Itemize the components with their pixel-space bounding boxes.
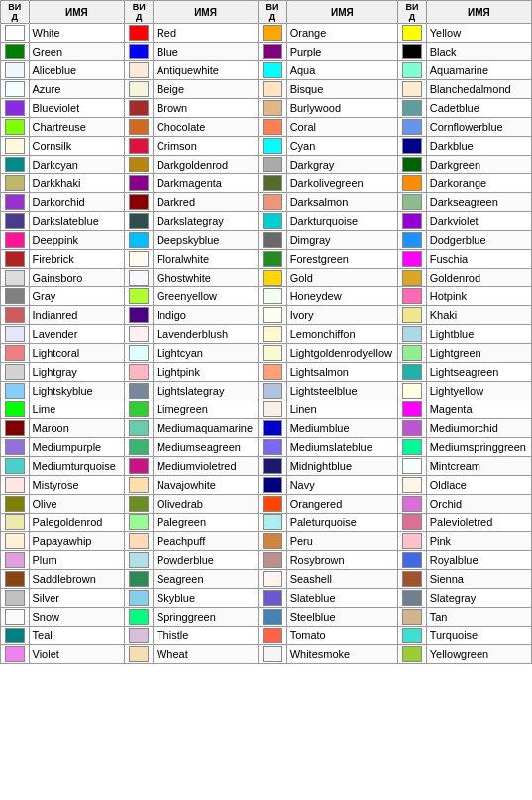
color-name-18-3: Lightseagreen: [426, 363, 531, 382]
swatch-1-2: [263, 44, 282, 59]
color-name-3-1: Beige: [153, 80, 258, 99]
color-swatch-26-1: [125, 514, 154, 532]
table-row: SnowSpringgreenSteelblueTan: [1, 608, 532, 627]
color-name-10-0: Darkslateblue: [29, 212, 125, 231]
color-swatch-21-0: [1, 419, 30, 438]
swatch-26-0: [5, 514, 25, 530]
color-swatch-6-1: [125, 137, 154, 156]
color-swatch-7-3: [398, 156, 427, 174]
color-name-21-1: Mediumaquamarine: [153, 419, 258, 438]
swatch-20-3: [402, 401, 422, 417]
color-swatch-0-0: [1, 24, 30, 43]
color-swatch-14-2: [259, 287, 287, 306]
color-name-30-3: Slategray: [426, 589, 531, 608]
color-name-28-1: Powderblue: [153, 551, 258, 570]
color-swatch-8-0: [1, 174, 30, 193]
color-swatch-33-2: [259, 645, 287, 664]
swatch-28-2: [263, 552, 282, 568]
color-swatch-30-3: [398, 589, 427, 608]
swatch-17-1: [129, 345, 149, 361]
color-swatch-21-3: [398, 419, 427, 438]
swatch-31-1: [129, 609, 149, 625]
swatch-31-3: [402, 609, 422, 625]
color-name-17-3: Lightgreen: [426, 344, 531, 363]
color-name-18-2: Lightsalmon: [286, 363, 398, 382]
table-row: MistyroseNavajowhiteNavyOldlace: [1, 476, 532, 495]
swatch-33-3: [402, 646, 422, 662]
color-swatch-7-2: [259, 156, 287, 174]
color-name-7-1: Darkgoldenrod: [153, 156, 258, 174]
swatch-9-1: [129, 194, 149, 210]
swatch-18-0: [5, 364, 25, 380]
color-name-11-0: Deeppink: [29, 231, 125, 250]
color-swatch-4-2: [259, 99, 287, 118]
color-name-23-3: Mintcream: [426, 457, 531, 476]
swatch-20-1: [129, 401, 149, 417]
color-swatch-3-1: [125, 80, 154, 99]
table-row: SaddlebrownSeagreenSeashellSienna: [1, 570, 532, 589]
table-row: LightcoralLightcyanLightgoldenrodyellowL…: [1, 344, 532, 363]
color-name-13-1: Ghostwhite: [153, 269, 258, 287]
swatch-2-1: [129, 62, 149, 78]
swatch-22-1: [129, 439, 149, 455]
color-swatch-26-3: [398, 514, 427, 532]
color-swatch-16-0: [1, 325, 30, 344]
color-name-23-1: Mediumvioletred: [153, 457, 258, 476]
swatch-25-0: [5, 496, 25, 512]
color-name-31-0: Snow: [29, 608, 125, 627]
color-name-26-3: Palevioletred: [426, 514, 531, 532]
color-name-33-1: Wheat: [153, 645, 258, 664]
swatch-8-3: [402, 175, 422, 191]
color-swatch-31-0: [1, 608, 30, 627]
color-swatch-15-3: [398, 306, 427, 325]
color-swatch-20-0: [1, 400, 30, 419]
table-row: VioletWheatWhitesmokeYellowgreen: [1, 645, 532, 664]
color-name-25-3: Orchid: [426, 495, 531, 514]
color-swatch-18-3: [398, 363, 427, 382]
color-name-31-1: Springgreen: [153, 608, 258, 627]
swatch-28-3: [402, 552, 422, 568]
swatch-20-2: [263, 401, 282, 417]
table-row: LightgrayLightpinkLightsalmonLightseagre…: [1, 363, 532, 382]
swatch-29-0: [5, 571, 25, 587]
swatch-24-2: [263, 477, 282, 493]
color-swatch-9-1: [125, 193, 154, 212]
table-row: MaroonMediumaquamarineMediumblueMediumor…: [1, 419, 532, 438]
color-name-23-2: Midnightblue: [286, 457, 398, 476]
color-name-2-0: Aliceblue: [29, 61, 125, 80]
color-swatch-13-3: [398, 269, 427, 287]
color-swatch-25-3: [398, 495, 427, 514]
color-swatch-16-2: [259, 325, 287, 344]
color-swatch-10-3: [398, 212, 427, 231]
color-swatch-8-3: [398, 174, 427, 193]
color-swatch-3-0: [1, 80, 30, 99]
swatch-32-3: [402, 628, 422, 643]
header-vid-1: ВИД: [1, 1, 30, 24]
table-row: LimeLimegreenLinenMagenta: [1, 400, 532, 419]
swatch-30-1: [129, 590, 149, 606]
color-swatch-31-2: [259, 608, 287, 627]
swatch-3-1: [129, 81, 149, 97]
color-swatch-17-2: [259, 344, 287, 363]
color-name-33-2: Whitesmoke: [286, 645, 398, 664]
table-row: IndianredIndigoIvoryKhaki: [1, 306, 532, 325]
color-name-2-2: Aqua: [286, 61, 398, 80]
color-name-1-3: Black: [426, 43, 531, 61]
swatch-0-0: [5, 25, 25, 41]
color-name-11-3: Dodgerblue: [426, 231, 531, 250]
color-name-7-2: Darkgray: [286, 156, 398, 174]
swatch-23-2: [263, 458, 282, 474]
table-row: TealThistleTomatoTurquoise: [1, 627, 532, 645]
color-name-14-2: Honeydew: [286, 287, 398, 306]
color-swatch-12-0: [1, 250, 30, 269]
color-swatch-20-3: [398, 400, 427, 419]
color-swatch-17-1: [125, 344, 154, 363]
color-swatch-32-3: [398, 627, 427, 645]
swatch-5-2: [263, 119, 282, 135]
table-row: LavenderLavenderblushLemonchiffonLightbl…: [1, 325, 532, 344]
swatch-1-0: [5, 44, 25, 59]
color-name-24-0: Mistyrose: [29, 476, 125, 495]
swatch-27-3: [402, 533, 422, 549]
swatch-4-3: [402, 100, 422, 116]
swatch-28-1: [129, 552, 149, 568]
